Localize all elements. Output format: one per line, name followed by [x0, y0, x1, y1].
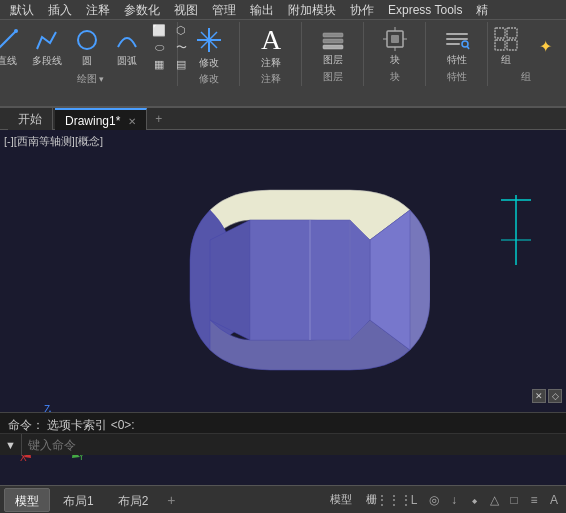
panel-close-btn[interactable]: ✕: [532, 389, 546, 403]
menu-item-manage[interactable]: 管理: [206, 0, 242, 20]
svg-rect-17: [446, 33, 468, 35]
tool-properties[interactable]: 特性: [439, 23, 475, 69]
tool-polyline[interactable]: 多段线: [29, 24, 65, 70]
tool-layer-label: 图层: [323, 53, 343, 67]
tool-block-label: 块: [390, 53, 400, 67]
ribbon: 直线 多段线: [0, 20, 566, 108]
modify-group-label: 修改: [199, 72, 219, 88]
doc-tab-start[interactable]: 开始: [8, 108, 53, 130]
menu-item-annotate[interactable]: 注释: [80, 0, 116, 20]
small-tool-rect[interactable]: ⬜: [149, 22, 169, 38]
status-tab-layout1[interactable]: 布局1: [52, 488, 105, 512]
tool-modify[interactable]: 修改: [188, 22, 230, 72]
properties-icon: [443, 25, 471, 53]
svg-rect-18: [446, 38, 468, 40]
status-tab-layout2[interactable]: 布局2: [107, 488, 160, 512]
tool-line[interactable]: 直线: [0, 24, 25, 70]
svg-rect-22: [495, 28, 505, 38]
tool-block[interactable]: 块: [377, 23, 413, 69]
tool-arc-label: 圆弧: [117, 54, 137, 68]
status-ortho-icon[interactable]: L: [406, 490, 422, 510]
svg-rect-9: [323, 39, 343, 43]
svg-rect-25: [507, 40, 517, 50]
svg-rect-12: [391, 35, 399, 43]
menu-item-output[interactable]: 输出: [244, 0, 280, 20]
status-dynin-icon[interactable]: △: [486, 490, 502, 510]
3d-shape: [150, 170, 430, 390]
annotate-icon: A: [255, 24, 287, 56]
menu-bar: 默认 插入 注释 参数化 视图 管理 输出 附加模块 协作 Express To…: [0, 0, 566, 20]
status-tab-model[interactable]: 模型: [4, 488, 50, 512]
main-section: [-][西南等轴测][概念]: [0, 130, 566, 513]
status-annot-icon[interactable]: A: [546, 490, 562, 510]
tool-layer[interactable]: 图层: [315, 23, 351, 69]
tool-arc[interactable]: 圆弧: [109, 24, 145, 70]
menu-item-default[interactable]: 默认: [4, 0, 40, 20]
svg-rect-19: [446, 43, 460, 45]
svg-point-2: [14, 29, 18, 33]
tool-line-label: 直线: [0, 54, 17, 68]
small-tool-ellipse[interactable]: ⬭: [149, 39, 169, 55]
svg-point-3: [78, 31, 96, 49]
block-icon: [381, 25, 409, 53]
status-snap-icon[interactable]: ⋮⋮⋮: [386, 490, 402, 510]
menu-item-addons[interactable]: 附加模块: [282, 0, 342, 20]
menu-item-parametric[interactable]: 参数化: [118, 0, 166, 20]
tool-annotate[interactable]: A 注释: [250, 22, 292, 72]
menu-item-view[interactable]: 视图: [168, 0, 204, 20]
tool-group[interactable]: 组: [488, 23, 524, 69]
svg-rect-10: [323, 45, 343, 49]
ribbon-group-modify: 修改 修改: [180, 22, 240, 86]
menu-item-insert[interactable]: 插入: [42, 0, 78, 20]
annotate-group-label: 注释: [261, 72, 281, 88]
svg-rect-24: [495, 40, 505, 50]
status-isnap-icon[interactable]: ↓: [446, 490, 462, 510]
cyan-decorative-lines: [496, 190, 536, 273]
menu-item-collab[interactable]: 协作: [344, 0, 380, 20]
properties-tools: 特性: [439, 22, 475, 70]
panel-controls: ✕ ◇: [532, 389, 562, 403]
status-more-icon[interactable]: ≡: [526, 490, 542, 510]
command-prompt-btn[interactable]: ▼: [0, 434, 22, 456]
status-model-btn[interactable]: 模型: [325, 491, 357, 508]
viewport[interactable]: [-][西南等轴测][概念]: [0, 130, 566, 485]
menu-item-express-tools[interactable]: Express Tools: [382, 0, 468, 20]
ribbon-content: 直线 多段线: [0, 20, 566, 86]
status-bar: 模型 布局1 布局2 + 模型 栅 ⋮⋮⋮ L ◎ ↓ ⬥ △ □ ≡ A: [0, 485, 566, 513]
status-tab-add[interactable]: +: [161, 490, 181, 510]
status-lweight-icon[interactable]: □: [506, 490, 522, 510]
doc-tab-add[interactable]: +: [149, 108, 169, 130]
group-group-label: 组: [521, 70, 531, 86]
tool-annotate-label: 注释: [261, 56, 281, 70]
tool-polyline-label: 多段线: [32, 54, 62, 68]
command-input[interactable]: [22, 438, 566, 452]
annotate-tools: A 注释: [250, 22, 292, 72]
circle-icon: [73, 26, 101, 54]
tool-circle[interactable]: 圆: [69, 24, 105, 70]
layer-icon: [319, 25, 347, 53]
modify-tools: 修改: [188, 22, 230, 72]
status-3dosnap-icon[interactable]: ⬥: [466, 490, 482, 510]
polyline-icon: [33, 26, 61, 54]
status-polar-icon[interactable]: ◎: [426, 490, 442, 510]
arc-icon: [113, 26, 141, 54]
panel-resize-btn[interactable]: ◇: [548, 389, 562, 403]
ribbon-group-block: 块 块: [366, 22, 426, 86]
tool-modify-label: 修改: [199, 56, 219, 70]
draw-dropdown-icon[interactable]: ▾: [99, 74, 104, 84]
command-input-row: ▼: [0, 433, 566, 455]
svg-line-21: [467, 46, 469, 49]
modify-icon: [193, 24, 225, 56]
tool-special[interactable]: ✦: [528, 30, 564, 62]
block-group-label: 块: [390, 70, 400, 86]
group-icon: [492, 25, 520, 53]
doc-tab-close-drawing1[interactable]: ✕: [128, 116, 136, 127]
tool-circle-label: 圆: [82, 54, 92, 68]
menu-item-more[interactable]: 精: [470, 0, 494, 20]
properties-group-label: 特性: [447, 70, 467, 86]
layer-tools: 图层: [315, 22, 351, 70]
doc-tab-drawing1[interactable]: Drawing1* ✕: [55, 108, 147, 130]
dropdown-icon: ▼: [5, 439, 16, 451]
small-tool-hatch[interactable]: ▦: [149, 56, 169, 72]
ribbon-group-group: 组 ✦ 组: [490, 22, 562, 86]
